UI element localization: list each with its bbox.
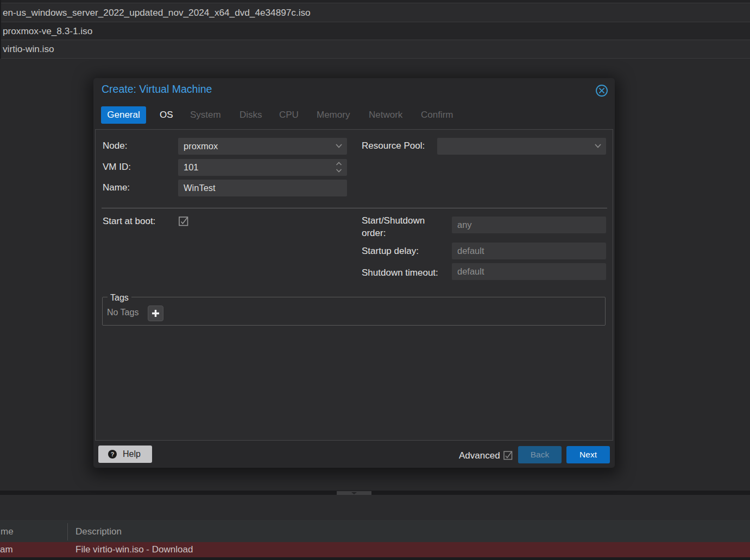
svg-text:?: ? <box>111 451 115 457</box>
